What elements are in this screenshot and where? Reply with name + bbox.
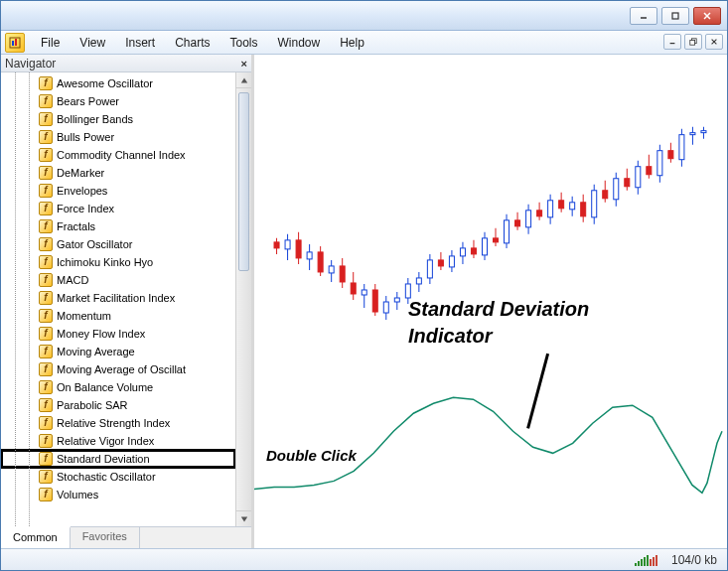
svg-rect-9 (690, 40, 695, 45)
indicator-item[interactable]: fRelative Strength Index (1, 414, 235, 432)
navigator-header[interactable]: Navigator × (1, 55, 251, 72)
svg-rect-6 (15, 39, 17, 46)
indicator-icon: f (39, 398, 53, 412)
indicator-item[interactable]: fStandard Deviation (1, 450, 235, 468)
svg-rect-1 (672, 13, 678, 19)
indicator-label: Bollinger Bands (57, 113, 133, 125)
annotation-hint: Double Click (266, 447, 357, 464)
svg-rect-35 (383, 302, 388, 313)
svg-rect-27 (340, 266, 345, 282)
svg-rect-61 (526, 211, 531, 227)
maximize-button[interactable] (661, 7, 689, 25)
menu-view[interactable]: View (70, 33, 115, 53)
indicator-label: Envelopes (57, 185, 107, 197)
indicator-item[interactable]: fVolumes (1, 486, 235, 503)
indicator-item[interactable]: fBollinger Bands (1, 110, 235, 128)
indicator-item[interactable]: fGator Oscillator (1, 235, 235, 253)
svg-rect-41 (416, 278, 421, 284)
indicator-item[interactable]: fCommodity Channel Index (1, 146, 235, 164)
indicator-item[interactable]: fMACD (1, 271, 235, 289)
indicator-item[interactable]: fMarket Facilitation Index (1, 289, 235, 307)
svg-rect-59 (515, 220, 520, 226)
scroll-up-button[interactable] (236, 72, 251, 88)
svg-rect-55 (494, 238, 499, 242)
navigator-scrollbar[interactable] (235, 72, 251, 526)
indicator-icon: f (39, 130, 53, 144)
svg-line-94 (528, 354, 548, 428)
indicator-icon: f (39, 148, 53, 162)
indicator-icon: f (39, 345, 53, 358)
navigator-close-icon[interactable]: × (241, 58, 247, 70)
menu-charts[interactable]: Charts (165, 33, 219, 53)
close-button[interactable] (693, 7, 721, 25)
indicator-icon: f (39, 291, 53, 305)
svg-rect-89 (679, 135, 684, 160)
svg-rect-31 (362, 290, 366, 295)
svg-rect-47 (449, 256, 454, 267)
svg-rect-63 (537, 211, 542, 216)
chart-area[interactable]: Standard Deviation Indicator Double Clic… (254, 55, 727, 548)
scroll-thumb[interactable] (238, 92, 249, 271)
tab-common[interactable]: Common (1, 526, 71, 548)
indicator-item[interactable]: fMoney Flow Index (1, 325, 235, 343)
indicator-item[interactable]: fParabolic SAR (1, 396, 235, 414)
indicator-icon: f (39, 94, 53, 108)
tab-favorites[interactable]: Favorites (71, 527, 140, 548)
minimize-button[interactable] (630, 7, 657, 25)
indicator-item[interactable]: fEnvelopes (1, 182, 235, 200)
indicator-label: Standard Deviation (57, 453, 150, 465)
svg-rect-51 (471, 248, 476, 254)
indicator-label: Relative Strength Index (57, 417, 170, 429)
indicator-label: On Balance Volume (57, 381, 153, 393)
indicator-icon: f (39, 76, 53, 90)
indicator-item[interactable]: fRelative Vigor Index (1, 432, 235, 450)
indicator-item[interactable]: fBears Power (1, 92, 235, 110)
indicator-label: Relative Vigor Index (57, 435, 154, 447)
indicator-icon: f (39, 380, 53, 394)
indicator-item[interactable]: fFractals (1, 217, 235, 235)
indicator-label: Parabolic SAR (57, 399, 128, 411)
svg-rect-37 (394, 298, 399, 302)
menu-window[interactable]: Window (268, 33, 331, 53)
indicator-item[interactable]: fStochastic Oscillator (1, 468, 235, 486)
indicator-item[interactable]: fMoving Average of Oscillat (1, 360, 235, 378)
indicator-item[interactable]: fForce Index (1, 200, 235, 217)
menu-file[interactable]: File (31, 33, 70, 53)
indicator-label: Bears Power (57, 95, 119, 107)
indicator-icon: f (39, 166, 53, 180)
indicator-label: Commodity Channel Index (57, 149, 186, 161)
svg-rect-67 (559, 201, 564, 209)
menu-help[interactable]: Help (330, 33, 374, 53)
indicator-item[interactable]: fBulls Power (1, 128, 235, 146)
scroll-down-button[interactable] (236, 510, 251, 526)
indicator-item[interactable]: fAwesome Oscillator (1, 74, 235, 92)
navigator-title: Navigator (5, 57, 56, 71)
indicator-label: Awesome Oscillator (57, 77, 153, 89)
svg-rect-17 (285, 240, 290, 249)
indicator-item[interactable]: fMomentum (1, 307, 235, 325)
navigator-tabs: Common Favorites (1, 526, 251, 548)
svg-rect-21 (307, 252, 312, 259)
mdi-close-button[interactable] (705, 34, 723, 50)
svg-rect-91 (690, 133, 695, 135)
mdi-minimize-button[interactable] (663, 34, 681, 50)
svg-rect-19 (296, 240, 301, 258)
svg-rect-81 (636, 167, 641, 188)
indicator-icon: f (39, 327, 53, 341)
indicator-label: Momentum (57, 310, 111, 322)
svg-rect-71 (581, 203, 586, 216)
mdi-restore-button[interactable] (684, 34, 702, 50)
navigator-panel: Navigator × fAwesome OscillatorfBears Po… (1, 55, 254, 548)
indicator-tree[interactable]: fAwesome OscillatorfBears PowerfBollinge… (1, 72, 235, 526)
indicator-item[interactable]: fMoving Average (1, 343, 235, 360)
indicator-item[interactable]: fDeMarker (1, 164, 235, 182)
indicator-item[interactable]: fIchimoku Kinko Hyo (1, 253, 235, 271)
menu-insert[interactable]: Insert (115, 33, 165, 53)
menu-tools[interactable]: Tools (220, 33, 268, 53)
svg-rect-33 (372, 290, 377, 312)
indicator-item[interactable]: fOn Balance Volume (1, 378, 235, 396)
indicator-icon: f (39, 237, 53, 251)
indicator-icon: f (39, 273, 53, 287)
svg-marker-13 (240, 516, 246, 521)
titlebar[interactable] (1, 1, 727, 31)
